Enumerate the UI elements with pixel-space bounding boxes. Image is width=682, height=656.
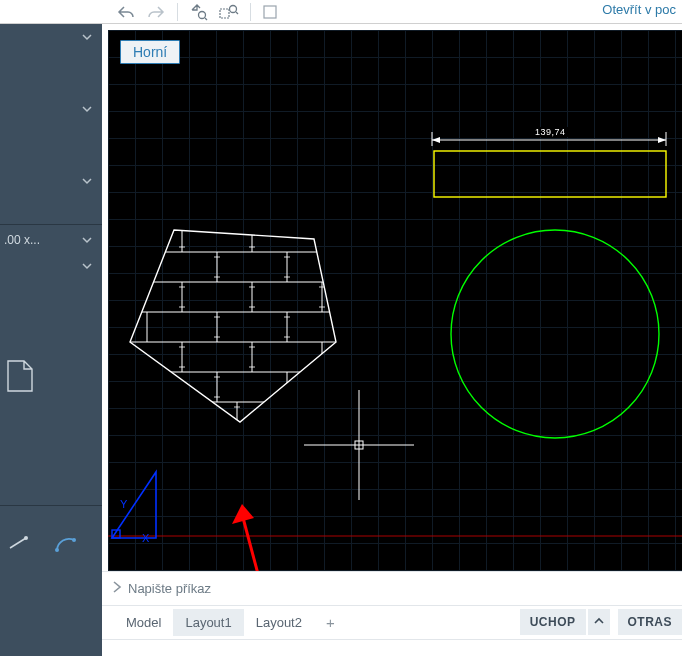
- svg-marker-63: [112, 472, 156, 538]
- zoom-extents-icon[interactable]: [218, 1, 240, 23]
- command-input-placeholder[interactable]: Napište příkaz: [128, 581, 211, 596]
- line-tool-icon[interactable]: [8, 532, 32, 556]
- rectangle-object[interactable]: [433, 150, 667, 200]
- file-icon[interactable]: [6, 359, 102, 396]
- drawing-area-frame: Horní 139,74: [102, 24, 682, 571]
- tab-add[interactable]: +: [314, 608, 347, 637]
- arc-tool-icon[interactable]: [54, 532, 78, 556]
- axis-line: [108, 534, 682, 538]
- panel-collapse-1[interactable]: [0, 24, 102, 50]
- command-expand-icon[interactable]: [112, 581, 122, 596]
- svg-rect-10: [434, 151, 666, 197]
- svg-point-2: [230, 5, 237, 12]
- layer-dropdown[interactable]: [261, 1, 295, 23]
- left-panel: .00 x...: [0, 24, 102, 656]
- tab-layout1[interactable]: Layout1: [173, 609, 243, 636]
- status-bar: [102, 639, 682, 656]
- svg-text:X: X: [142, 532, 150, 544]
- tab-layout2[interactable]: Layout2: [244, 609, 314, 636]
- panel-collapse-3[interactable]: [0, 168, 102, 194]
- svg-rect-1: [220, 9, 229, 18]
- svg-rect-3: [264, 6, 276, 18]
- drawing-canvas[interactable]: Horní 139,74: [108, 30, 682, 571]
- zoom-window-icon[interactable]: [188, 1, 210, 23]
- svg-point-4: [24, 536, 28, 540]
- svg-point-6: [55, 548, 59, 552]
- svg-point-5: [72, 538, 76, 542]
- panel-collapse-4[interactable]: [0, 253, 102, 279]
- ucs-icon[interactable]: Y X: [108, 462, 172, 546]
- crosshair-cursor: [304, 390, 414, 500]
- circle-object[interactable]: [446, 225, 664, 443]
- zoom-value: .00 x...: [0, 233, 46, 247]
- tab-model[interactable]: Model: [114, 609, 173, 636]
- undo-icon[interactable]: [115, 1, 137, 23]
- svg-point-0: [199, 11, 206, 18]
- zoom-row[interactable]: .00 x...: [0, 227, 102, 253]
- view-cube-label[interactable]: Horní: [120, 40, 180, 64]
- open-link[interactable]: Otevřít v poc: [602, 2, 676, 17]
- svg-text:Y: Y: [120, 498, 128, 510]
- panel-collapse-2[interactable]: [0, 96, 102, 122]
- command-bar[interactable]: Napište příkaz: [102, 571, 682, 605]
- status-snap-caret[interactable]: [588, 609, 610, 635]
- status-snap-button[interactable]: UCHOP: [520, 609, 586, 635]
- top-toolbar: Otevřít v poc: [0, 0, 682, 24]
- svg-point-11: [451, 230, 659, 438]
- status-right: UCHOP OTRAS: [520, 605, 682, 639]
- redo-icon[interactable]: [145, 1, 167, 23]
- dimension-text[interactable]: 139,74: [532, 127, 569, 137]
- status-osnap-button[interactable]: OTRAS: [618, 609, 683, 635]
